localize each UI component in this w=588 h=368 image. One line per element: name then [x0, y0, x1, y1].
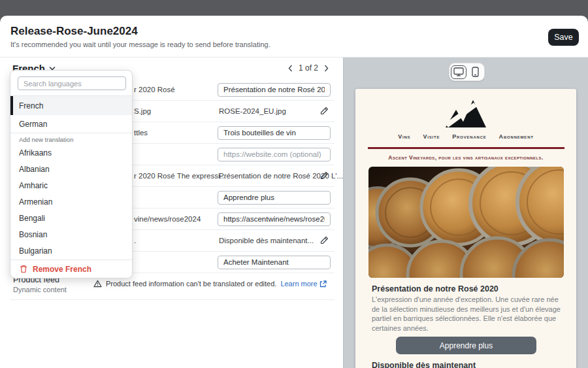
nav-item-visite[interactable]: Visite: [423, 133, 440, 140]
original-text: r 2020 Rosé The expressi...: [134, 172, 226, 180]
page-subtitle: It's recommended you wait until your mes…: [10, 41, 270, 48]
bottom-divider: [10, 299, 335, 300]
product-feed-subtitle: Dynamic content: [13, 286, 67, 293]
translation-input[interactable]: [218, 212, 331, 226]
mobile-view-button[interactable]: [468, 65, 483, 79]
device-toggle: [449, 63, 485, 81]
next-section-heading: Disponible dès maintenant: [372, 361, 476, 368]
email-preview-card: Vins Visite Provenance Abonnement Ascent…: [355, 89, 576, 368]
product-feed-warning: Product feed information can't be transl…: [93, 280, 327, 288]
remove-french-button[interactable]: Remove French: [10, 259, 132, 278]
selected-indicator-bar: [10, 96, 13, 115]
original-text: vine/news/rose2024: [134, 215, 201, 223]
language-item-german[interactable]: German: [10, 115, 132, 133]
translation-value: ROSE-2024_EU.jpg: [219, 107, 286, 115]
email-preview-panel: Vins Visite Provenance Abonnement Ascent…: [343, 58, 588, 368]
maroon-divider: [368, 147, 564, 149]
search-languages-input[interactable]: [18, 76, 126, 90]
language-option-armenian[interactable]: Armenian: [10, 193, 132, 210]
language-item-french[interactable]: French: [10, 95, 132, 115]
language-dropdown-panel: French German Add new translation Afrika…: [10, 70, 133, 278]
article-heading: Présentation de notre Rosé 2020: [372, 284, 563, 293]
pagination: 1 of 2: [288, 63, 329, 73]
original-text: r 2020 Rosé: [134, 86, 175, 93]
translation-input[interactable]: [218, 126, 331, 140]
page-title: Release-Rose-June2024: [10, 25, 138, 38]
desktop-icon: [453, 67, 464, 76]
translation-value: Disponible dès maintenant...: [219, 237, 314, 244]
original-text: S.jpg: [134, 107, 151, 115]
warning-text: Product feed information can't be transl…: [106, 280, 276, 288]
wine-barrels-image: [368, 167, 564, 278]
language-option-bosnian[interactable]: Bosnian: [10, 226, 132, 243]
prev-page-icon[interactable]: [288, 65, 293, 72]
desktop-view-button[interactable]: [451, 65, 466, 79]
language-option-bengali[interactable]: Bengali: [10, 210, 132, 226]
edit-pencil-icon[interactable]: [319, 236, 329, 245]
nav-item-abonnement[interactable]: Abonnement: [499, 133, 534, 140]
language-option-afrikaans[interactable]: Afrikaans: [10, 144, 132, 161]
save-button[interactable]: Save: [548, 29, 579, 46]
brand-mountain-logo: [445, 97, 487, 131]
email-nav: Vins Visite Provenance Abonnement: [355, 133, 576, 140]
translation-input[interactable]: [218, 191, 331, 205]
article-body: L'expression d'une année d'exception. Un…: [372, 295, 563, 333]
translation-input[interactable]: [218, 256, 331, 269]
language-option-albanian[interactable]: Albanian: [10, 161, 132, 177]
learn-more-link[interactable]: Learn more: [280, 280, 326, 288]
translation-input[interactable]: [218, 83, 331, 97]
translation-editor-window: Release-Rose-June2024 It's recommended y…: [0, 0, 588, 368]
nav-item-vins[interactable]: Vins: [398, 133, 410, 140]
apprendre-plus-button[interactable]: Apprendre plus: [396, 337, 536, 354]
add-new-translation-label: Add new translation: [19, 136, 73, 143]
nav-item-provenance[interactable]: Provenance: [452, 133, 486, 140]
external-link-icon: [319, 280, 327, 288]
edit-pencil-icon[interactable]: [319, 171, 329, 180]
trash-icon: [20, 265, 27, 273]
warning-icon: [93, 280, 102, 288]
original-text: .: [134, 237, 136, 244]
language-option-bulgarian[interactable]: Bulgarian: [10, 243, 132, 259]
original-text: ttles: [134, 129, 148, 137]
page-indicator: 1 of 2: [299, 63, 318, 73]
translation-url-input[interactable]: [218, 148, 331, 161]
email-tagline: Ascent Vineyards, pour les vins artisana…: [355, 154, 576, 161]
language-option-amharic[interactable]: Amharic: [10, 177, 132, 193]
mobile-icon: [472, 67, 479, 77]
next-page-icon[interactable]: [324, 65, 329, 72]
edit-pencil-icon[interactable]: [319, 107, 329, 116]
